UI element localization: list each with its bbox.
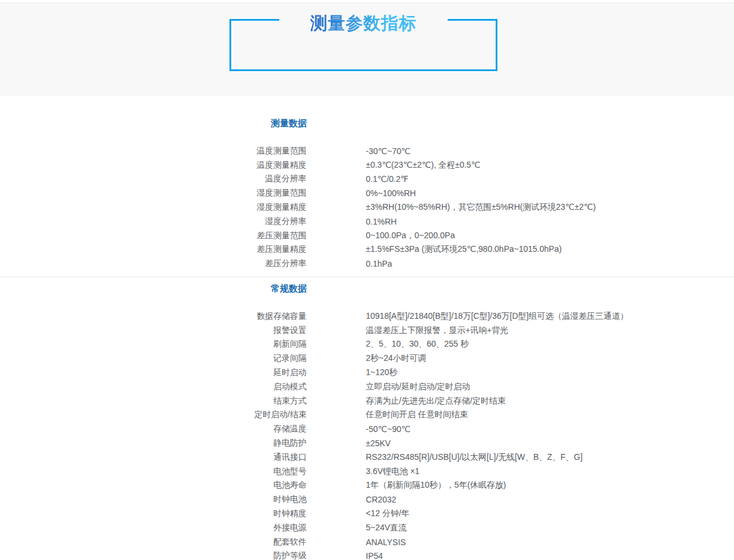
spec-value: ±25KV bbox=[366, 439, 391, 448]
spec-row: 结束方式 存满为止/先进先出/定点存储/定时结束 bbox=[0, 394, 734, 408]
spec-value: ANALYSIS bbox=[366, 537, 406, 547]
spec-row: 延时启动 1~120秒 bbox=[0, 366, 734, 380]
spec-value: 存满为止/先进先出/定点存储/定时结束 bbox=[366, 396, 506, 407]
spec-value: 温湿差压上下限报警，显示+讯响+背光 bbox=[366, 325, 508, 336]
spec-label: 外接电源 bbox=[178, 523, 307, 533]
spec-value: 0~100.0Pa，0~200.0Pa bbox=[366, 231, 455, 241]
spec-value: 1年（刷新间隔10秒），5年(休眠存放) bbox=[366, 480, 506, 491]
spec-label: 湿度测量范围 bbox=[178, 188, 307, 199]
spec-value: RS232/RS485[R]/USB[U]/以太网[L]/无线[W、B、Z、F、… bbox=[366, 452, 583, 463]
spec-row: 报警设置 温湿差压上下限报警，显示+讯响+背光 bbox=[0, 324, 734, 338]
spec-label: 温度测量精度 bbox=[178, 160, 307, 171]
general-data-rows: 数据存储容量 10918[A型]/21840[B型]/18万[C型]/36万[D… bbox=[0, 309, 734, 560]
spec-row: 防护等级 IP54 bbox=[0, 549, 734, 560]
title-mask: 测量参数指标 bbox=[279, 12, 448, 37]
measurement-data-rows: 温度测量范围 -30℃~70℃ 温度测量精度 ±0.3℃(23℃±2℃), 全程… bbox=[0, 144, 734, 271]
spec-row: 电池寿命 1年（刷新间隔10秒），5年(休眠存放) bbox=[0, 479, 734, 493]
spec-row: 数据存储容量 10918[A型]/21840[B型]/18万[C型]/36万[D… bbox=[0, 309, 734, 324]
spec-value: IP54 bbox=[366, 551, 383, 560]
spec-label: 时钟电池 bbox=[178, 494, 307, 505]
spec-label: 温度测量范围 bbox=[178, 146, 307, 156]
spec-label: 刷新间隔 bbox=[178, 339, 307, 350]
spec-label: 差压测量范围 bbox=[178, 231, 307, 241]
spec-label: 通讯接口 bbox=[178, 452, 307, 463]
spec-row: 差压测量范围 0~100.0Pa，0~200.0Pa bbox=[0, 229, 734, 243]
spec-label: 记录间隔 bbox=[178, 353, 307, 364]
spec-row: 定时启动/结束 任意时间开启 任意时间结束 bbox=[0, 408, 734, 423]
spec-value: 0%~100%RH bbox=[366, 188, 416, 198]
spec-value: <12 分钟/年 bbox=[366, 508, 410, 519]
spec-label: 静电防护 bbox=[178, 438, 307, 449]
spec-value: 任意时间开启 任意时间结束 bbox=[366, 409, 468, 420]
spec-label: 差压测量精度 bbox=[178, 244, 307, 255]
spec-label: 湿度分辨率 bbox=[178, 216, 307, 227]
spec-value: -50℃~90℃ bbox=[366, 424, 410, 434]
spec-value: 2、5、10、30、60、255 秒 bbox=[366, 339, 469, 350]
spec-value: 5~24V直流 bbox=[366, 523, 407, 533]
spec-row: 外接电源 5~24V直流 bbox=[0, 521, 734, 535]
spec-value: 0.1hPa bbox=[366, 259, 392, 268]
spec-row: 静电防护 ±25KV bbox=[0, 436, 734, 450]
section-divider bbox=[0, 277, 734, 277]
spec-value: 0.1%RH bbox=[366, 217, 397, 226]
spec-value: 2秒~24小时可调 bbox=[366, 353, 426, 364]
page-banner: 测量参数指标 bbox=[0, 2, 734, 96]
spec-label: 启动模式 bbox=[178, 382, 307, 392]
spec-row: 温度测量精度 ±0.3℃(23℃±2℃), 全程±0.5℃ bbox=[0, 158, 734, 172]
spec-label: 延时启动 bbox=[178, 367, 307, 378]
spec-label: 差压分辨率 bbox=[178, 258, 307, 269]
section-header-measurement-data: 测量数据 bbox=[178, 119, 307, 128]
spec-label: 温度分辨率 bbox=[178, 174, 307, 184]
title-border-box: 测量参数指标 bbox=[229, 19, 497, 71]
spec-row: 差压分辨率 0.1hPa bbox=[0, 257, 734, 271]
spec-row: 启动模式 立即启动/延时启动/定时启动 bbox=[0, 380, 734, 394]
spec-value: 0.1℃/0.2℉ bbox=[366, 174, 409, 184]
spec-value: 10918[A型]/21840[B型]/18万[C型]/36万[D型]组可选（温… bbox=[366, 311, 628, 322]
spec-value: 3.6V锂电池 ×1 bbox=[366, 466, 420, 477]
spec-value: CR2032 bbox=[366, 495, 396, 504]
spec-row: 时钟电池 CR2032 bbox=[0, 492, 734, 507]
spec-label: 报警设置 bbox=[178, 325, 307, 336]
spec-row: 配套软件 ANALYSIS bbox=[0, 535, 734, 549]
spec-row: 温度测量范围 -30℃~70℃ bbox=[0, 144, 734, 158]
spec-value: ±0.3℃(23℃±2℃), 全程±0.5℃ bbox=[366, 160, 480, 171]
spec-value: -30℃~70℃ bbox=[366, 146, 410, 156]
spec-row: 湿度分辨率 0.1%RH bbox=[0, 215, 734, 229]
spec-row: 温度分辨率 0.1℃/0.2℉ bbox=[0, 172, 734, 187]
spec-value: 1~120秒 bbox=[366, 367, 397, 378]
spec-label: 存储温度 bbox=[178, 424, 307, 434]
spec-row: 电池型号 3.6V锂电池 ×1 bbox=[0, 465, 734, 479]
spec-label: 数据存储容量 bbox=[178, 311, 307, 322]
spec-row: 存储温度 -50℃~90℃ bbox=[0, 422, 734, 436]
spec-label: 结束方式 bbox=[178, 396, 307, 407]
spec-row: 通讯接口 RS232/RS485[R]/USB[U]/以太网[L]/无线[W、B… bbox=[0, 450, 734, 465]
spec-row: 时钟精度 <12 分钟/年 bbox=[0, 507, 734, 521]
spec-row: 湿度测量精度 ±3%RH(10%~85%RH)，其它范围±5%RH(测试环境23… bbox=[0, 200, 734, 215]
spec-row: 差压测量精度 ±1.5%FS±3Pa (测试环境25℃,980.0hPa~101… bbox=[0, 243, 734, 257]
spec-value: 立即启动/延时启动/定时启动 bbox=[366, 382, 470, 392]
spec-page: 测量参数指标 测量数据 温度测量范围 -30℃~70℃ 温度测量精度 ±0.3℃… bbox=[0, 0, 734, 560]
spec-label: 定时启动/结束 bbox=[178, 409, 307, 420]
spec-value: ±3%RH(10%~85%RH)，其它范围±5%RH(测试环境23℃±2℃) bbox=[366, 202, 596, 213]
spec-label: 电池型号 bbox=[178, 466, 307, 477]
spec-label: 时钟精度 bbox=[178, 508, 307, 519]
spec-label: 电池寿命 bbox=[178, 480, 307, 491]
section-header-general-data: 常规数据 bbox=[178, 284, 307, 293]
spec-row: 湿度测量范围 0%~100%RH bbox=[0, 186, 734, 200]
spec-label: 湿度测量精度 bbox=[178, 202, 307, 213]
spec-label: 配套软件 bbox=[178, 537, 307, 548]
page-title: 测量参数指标 bbox=[310, 14, 417, 33]
spec-row: 刷新间隔 2、5、10、30、60、255 秒 bbox=[0, 338, 734, 352]
spec-value: ±1.5%FS±3Pa (测试环境25℃,980.0hPa~1015.0hPa) bbox=[366, 244, 561, 255]
spec-row: 记录间隔 2秒~24小时可调 bbox=[0, 351, 734, 366]
spec-label: 防护等级 bbox=[178, 551, 307, 560]
